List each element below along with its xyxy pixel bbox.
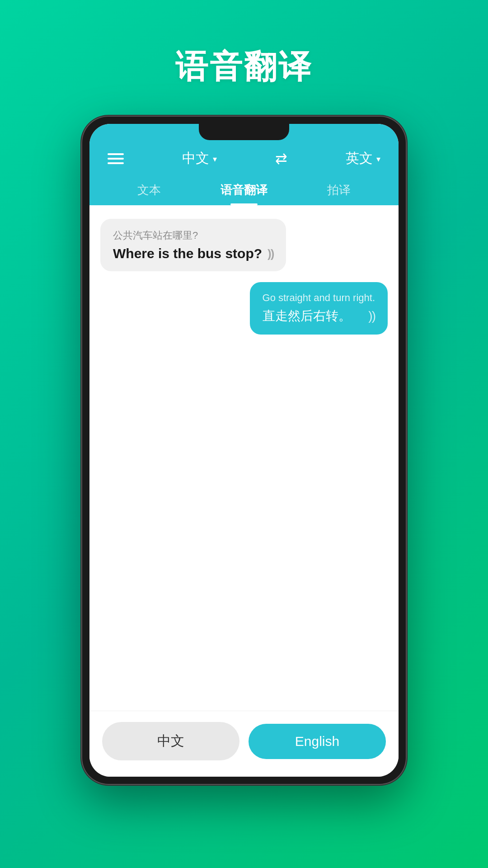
translated-text-right-1: 直走然后右转。 ))	[263, 307, 375, 325]
tabs-bar: 文本 语音翻译 拍译	[103, 175, 385, 205]
bubble-left-1: 公共汽车站在哪里? Where is the bus stop? ))	[100, 219, 286, 271]
translated-content-right-1: 直走然后右转。	[263, 307, 351, 325]
tab-voice-translation[interactable]: 语音翻译	[211, 175, 277, 205]
swap-languages-button[interactable]: ⇄	[275, 150, 287, 167]
record-chinese-button[interactable]: 中文	[102, 722, 239, 760]
hamburger-line-3	[108, 162, 124, 164]
tab-photo-translation[interactable]: 拍译	[318, 175, 360, 205]
hamburger-line-2	[108, 158, 124, 160]
bubble-right-1: Go straight and turn right. 直走然后右转。 ))	[250, 282, 388, 335]
header-top: 中文 ▾ ⇄ 英文 ▾	[103, 140, 385, 175]
hamburger-line-1	[108, 153, 124, 155]
tab-text[interactable]: 文本	[128, 175, 170, 205]
message-right-1: Go straight and turn right. 直走然后右转。 ))	[100, 282, 388, 335]
target-language-chevron-icon: ▾	[376, 154, 380, 164]
page-title: 语音翻译	[175, 45, 313, 89]
translated-content-left-1: Where is the bus stop?	[113, 246, 262, 261]
translated-text-left-1: Where is the bus stop? ))	[113, 246, 273, 261]
phone-screen: 中文 ▾ ⇄ 英文 ▾ 文本 语音翻译 拍译	[89, 124, 399, 777]
phone-notch	[199, 124, 289, 140]
play-audio-left-button[interactable]: ))	[267, 247, 273, 261]
message-left-1: 公共汽车站在哪里? Where is the bus stop? ))	[100, 219, 388, 271]
hamburger-menu-button[interactable]	[108, 153, 124, 164]
phone-frame: 中文 ▾ ⇄ 英文 ▾ 文本 语音翻译 拍译	[81, 116, 407, 785]
original-text-left-1: 公共汽车站在哪里?	[113, 229, 273, 242]
source-language-chevron-icon: ▾	[213, 154, 217, 164]
bottom-bar: 中文 English	[89, 711, 399, 777]
source-language-selector[interactable]: 中文 ▾	[182, 149, 217, 168]
target-language-label: 英文	[346, 149, 373, 168]
source-language-label: 中文	[182, 149, 209, 168]
play-audio-right-button[interactable]: ))	[368, 309, 375, 323]
original-text-right-1: Go straight and turn right.	[263, 292, 375, 304]
phone-wrapper: 中文 ▾ ⇄ 英文 ▾ 文本 语音翻译 拍译	[81, 116, 407, 785]
record-english-button[interactable]: English	[249, 724, 386, 759]
target-language-selector[interactable]: 英文 ▾	[346, 149, 380, 168]
chat-area: 公共汽车站在哪里? Where is the bus stop? )) Go s…	[89, 205, 399, 711]
